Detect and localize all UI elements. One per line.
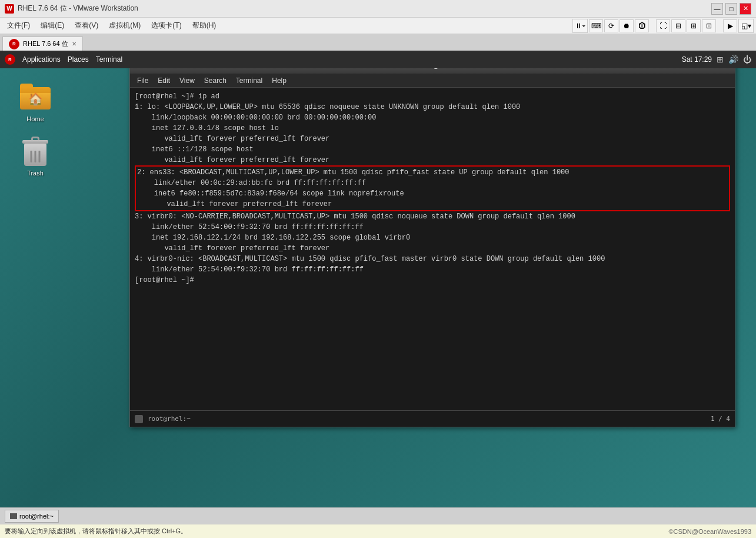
hint-right-text: ©CSDN@OceanWaves1993 xyxy=(668,528,751,535)
menu-help[interactable]: 帮助(H) xyxy=(188,19,221,32)
fit-guest[interactable]: ⊡ xyxy=(702,19,716,32)
close-button[interactable]: ✕ xyxy=(740,3,751,15)
fullscreen[interactable]: ⛶ xyxy=(656,19,670,32)
folder-house-icon: 🏠 xyxy=(28,92,43,106)
tab-bar: R RHEL 7.6 64 位 ✕ xyxy=(0,34,756,51)
vmware-window: W RHEL 7.6 64 位 - VMware Workstation — □… xyxy=(0,0,756,538)
trash-icon-image xyxy=(19,134,52,167)
rhel-desktop[interactable]: R Applications Places Terminal Sat 17:29… xyxy=(0,51,756,507)
taskbar-vm-item[interactable]: root@rhel:~ xyxy=(5,510,59,523)
terminal-content[interactable]: [root@rhel ~]# ip ad 1: lo: <LOOPBACK,UP… xyxy=(130,88,735,410)
terminal-status-text: root@rhel:~ xyxy=(148,415,191,423)
terminal-menubar: File Edit View Search Terminal Help xyxy=(130,74,735,88)
terminal-statusbar: root@rhel:~ 1 / 4 xyxy=(130,410,735,427)
taskbar-vm-label: root@rhel:~ xyxy=(19,513,54,520)
power-off[interactable]: ⏼ xyxy=(635,19,649,32)
tmenu-search[interactable]: Search xyxy=(199,75,231,86)
toolbar-group-pause: ⏸▾ xyxy=(572,19,588,33)
taskbar-vm-icon xyxy=(10,513,17,519)
fit-window[interactable]: ⊞ xyxy=(687,19,701,32)
home-icon-image: 🏠 xyxy=(19,80,52,113)
terminal-status-icon xyxy=(135,415,143,423)
vmware-menubar: 文件(F) 编辑(E) 查看(V) 虚拟机(M) 选项卡(T) 帮助(H) ⏸▾… xyxy=(0,18,756,34)
tab-label: RHEL 7.6 64 位 xyxy=(23,39,68,48)
hint-text: 要将输入定向到该虚拟机，请将鼠标指针移入其中或按 Ctrl+G。 xyxy=(5,527,187,536)
minimize-button[interactable]: — xyxy=(711,3,723,15)
send-ctrl-alt-del[interactable]: ⌨ xyxy=(589,19,603,32)
hint-bar: 要将输入定向到该虚拟机，请将鼠标指针移入其中或按 Ctrl+G。 ©CSDN@O… xyxy=(0,524,756,538)
vmware-title: RHEL 7.6 64 位 - VMware Workstation xyxy=(18,4,138,14)
trash-icon[interactable]: Trash xyxy=(12,134,59,177)
menu-vm[interactable]: 虚拟机(M) xyxy=(104,19,145,32)
vmware-icon: W xyxy=(5,4,14,14)
tmenu-view[interactable]: View xyxy=(175,75,199,86)
vm-area: R Applications Places Terminal Sat 17:29… xyxy=(0,51,756,507)
restore-button[interactable]: □ xyxy=(725,3,737,15)
tmenu-file[interactable]: File xyxy=(132,75,153,86)
rhel-icon: R xyxy=(9,39,19,49)
home-icon-label: Home xyxy=(26,115,44,122)
vmware-titlebar: W RHEL 7.6 64 位 - VMware Workstation — □… xyxy=(0,0,756,18)
terminal-window: — □ root@rhel:~ ✕ File Edit View Search … xyxy=(129,57,735,427)
toolbar-group-view: ◱▾ xyxy=(738,19,754,33)
menu-tab[interactable]: 选项卡(T) xyxy=(146,19,186,32)
gnome-right: Sat 17:29 ⊞ 🔊 ⏻ xyxy=(682,55,751,64)
trash-icon-label: Trash xyxy=(27,170,44,177)
suspend[interactable]: ⏺ xyxy=(620,19,634,32)
tab-close-button[interactable]: ✕ xyxy=(72,41,76,47)
gnome-left: R Applications Places Terminal xyxy=(5,54,122,65)
power-on[interactable]: ⟳ xyxy=(604,19,618,32)
tmenu-terminal[interactable]: Terminal xyxy=(231,75,267,86)
menu-view[interactable]: 查看(V) xyxy=(70,19,103,32)
gnome-places[interactable]: Places xyxy=(68,55,89,64)
menu-file[interactable]: 文件(F) xyxy=(2,19,35,32)
folder-graphic: 🏠 xyxy=(20,84,51,109)
console[interactable]: ▶ xyxy=(723,19,737,32)
gnome-topbar: R Applications Places Terminal Sat 17:29… xyxy=(0,51,756,68)
pause-button[interactable]: ⏸▾ xyxy=(573,19,587,32)
window-controls: — □ ✕ xyxy=(711,3,751,15)
terminal-page-indicator: 1 / 4 xyxy=(711,415,730,423)
network-icon: ⊞ xyxy=(717,55,724,64)
tmenu-edit[interactable]: Edit xyxy=(153,75,175,86)
trash-body xyxy=(24,144,46,166)
gnome-clock: Sat 17:29 xyxy=(682,55,712,64)
home-icon[interactable]: 🏠 Home xyxy=(12,80,59,122)
titlebar-left: W RHEL 7.6 64 位 - VMware Workstation xyxy=(5,4,138,14)
gnome-rhel-icon: R xyxy=(5,54,15,65)
desktop-icons: 🏠 Home xyxy=(0,68,71,188)
view-options[interactable]: ◱▾ xyxy=(739,19,753,32)
trash-lines xyxy=(31,151,41,162)
power-icon[interactable]: ⏻ xyxy=(743,55,751,64)
gnome-terminal-menu[interactable]: Terminal xyxy=(96,55,122,64)
vm-tab[interactable]: R RHEL 7.6 64 位 ✕ xyxy=(2,36,83,51)
tmenu-help[interactable]: Help xyxy=(267,75,291,86)
gnome-applications[interactable]: Applications xyxy=(22,55,61,64)
menu-edit[interactable]: 编辑(E) xyxy=(36,19,69,32)
vmware-taskbar: root@rhel:~ xyxy=(0,507,756,524)
trash-graphic xyxy=(22,135,49,166)
volume-icon: 🔊 xyxy=(728,55,738,64)
unity[interactable]: ⊟ xyxy=(671,19,685,32)
